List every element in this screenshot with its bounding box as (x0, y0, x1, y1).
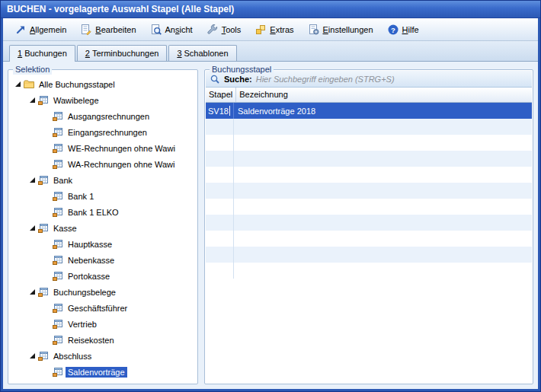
stapel-list: SV18Saldenvorträge 2018 (206, 103, 532, 383)
tree-item[interactable]: Bank 1 (8, 188, 197, 204)
tree-item-label: Saldenvorträge (66, 367, 127, 378)
cell-stapel: SV18 (206, 103, 234, 119)
stapel-icon (52, 238, 66, 250)
column-header-stapel[interactable]: Stapel (206, 88, 236, 102)
tree-item[interactable]: WE-Rechnungen ohne Wawi (8, 140, 197, 156)
tab-buchungen[interactable]: 1Buchungen (9, 45, 75, 62)
menu-item-label: Bearbeiten (95, 25, 136, 34)
expand-arrow-icon[interactable] (27, 224, 37, 233)
empty-row[interactable] (206, 199, 532, 215)
stapel-icon (37, 222, 51, 234)
tree-item[interactable]: Hauptkasse (8, 236, 197, 252)
search-label: Suche: (224, 75, 252, 84)
titlebar[interactable]: BUCHEN - vorgelagerte Auswahl Stapel (Al… (1, 1, 540, 18)
stapel-icon (52, 318, 66, 330)
selection-groupbox: Selektion Alle BuchungsstapelWawibelegeA… (8, 69, 198, 384)
cell-bezeichnung (234, 119, 532, 135)
empty-row[interactable] (206, 231, 532, 247)
expand-arrow-icon[interactable] (27, 176, 37, 185)
empty-row[interactable] (206, 167, 532, 183)
cell-bezeichnung (234, 183, 532, 199)
menu-item-tools[interactable]: Tools (201, 21, 247, 39)
settings-icon (308, 24, 320, 36)
menu-item-bearbeiten[interactable]: Bearbeiten (75, 21, 141, 39)
cell-bezeichnung (234, 167, 532, 183)
tools-icon (206, 24, 219, 36)
tree-item[interactable]: Wawibelege (8, 92, 197, 108)
tree-item-label: Ausgangsrechnungen (66, 111, 152, 122)
menu-item-allgemein[interactable]: Allgemein (9, 21, 72, 39)
column-header-bezeichnung[interactable]: Bezeichnung (236, 88, 532, 102)
tree-item[interactable]: Alle Buchungsstapel (8, 76, 197, 92)
tree-item[interactable]: Bank (8, 172, 197, 188)
menu-item-ansicht[interactable]: Ansicht (145, 21, 198, 39)
tree-item-label: Hauptkasse (66, 239, 114, 250)
empty-row[interactable] (206, 215, 532, 231)
tree-item[interactable]: Buchungsbelege (8, 284, 197, 300)
tree-item-label: Alle Buchungsstapel (37, 79, 117, 90)
expand-arrow-icon[interactable] (27, 288, 37, 297)
empty-row[interactable] (206, 135, 532, 151)
stapel-icon (52, 302, 66, 314)
menu-item-label: Extras (270, 25, 293, 34)
tree-item-label: Nebenkasse (66, 255, 117, 266)
tree-item-label: Buchungsbelege (51, 287, 118, 298)
expand-arrow-icon[interactable] (27, 96, 37, 105)
tree-item[interactable]: Abschluss (8, 348, 197, 364)
stapel-icon (52, 126, 66, 139)
empty-row[interactable] (206, 183, 532, 199)
tree-item[interactable]: Eingangsrechnungen (8, 124, 197, 140)
tree-arrow-spacer (42, 112, 52, 121)
window-frame: AllgemeinBearbeitenAnsichtToolsExtrasEin… (1, 18, 540, 391)
tree-item[interactable]: Bank 1 ELKO (8, 204, 197, 220)
tree-item-label: Geschäftsführer (66, 303, 130, 314)
table-row[interactable]: SV18Saldenvorträge 2018 (206, 103, 532, 119)
tree-item[interactable]: WA-Rechnungen ohne Wawi (8, 156, 197, 172)
window-title: BUCHEN - vorgelagerte Auswahl Stapel (Al… (7, 4, 234, 14)
cell-stapel (206, 183, 234, 199)
tree-item-label: Bank (51, 175, 75, 186)
tab-terminbuchungen[interactable]: 2Terminbuchungen (77, 45, 168, 61)
tree-item[interactable]: Vertrieb (8, 316, 197, 332)
cell-bezeichnung (234, 263, 532, 279)
search-input[interactable]: Hier Suchbegriff eingeben (STRG+S) (256, 75, 395, 84)
tree-arrow-spacer (42, 320, 52, 329)
cell-stapel (206, 263, 234, 279)
menu-item-hilfe[interactable]: ?Hilfe (382, 21, 424, 39)
empty-row[interactable] (206, 263, 532, 279)
tree-item-label: Bank 1 ELKO (66, 207, 121, 218)
empty-row[interactable] (206, 119, 532, 135)
stapel-icon (52, 158, 66, 171)
tree-item[interactable]: Ausgangsrechnungen (8, 108, 197, 124)
menu-item-extras[interactable]: Extras (249, 21, 299, 39)
tree-item-label: Vertrieb (66, 319, 99, 330)
stapel-icon (52, 366, 66, 378)
tree-item[interactable]: Saldenvorträge (8, 364, 197, 380)
empty-row[interactable] (206, 247, 532, 263)
tree-item-label: Reisekosten (66, 335, 117, 346)
stapel-groupbox: Buchungsstapel Suche: Hier Suchbegriff e… (204, 69, 533, 384)
tree-item-label: Kasse (51, 223, 79, 234)
tabstrip: 1Buchungen2Terminbuchungen3Schablonen (3, 41, 538, 62)
app-window: BUCHEN - vorgelagerte Auswahl Stapel (Al… (0, 0, 541, 392)
menu-item-einstellungen[interactable]: Einstellungen (303, 21, 379, 39)
tree-item[interactable]: Portokasse (8, 268, 197, 284)
help-icon: ? (387, 24, 399, 36)
arrow-icon (14, 24, 27, 36)
folder-icon (23, 78, 37, 91)
tree-item[interactable]: Reisekosten (8, 332, 197, 348)
tree-item[interactable]: Geschäftsführer (8, 300, 197, 316)
menu-item-label: Allgemein (30, 25, 66, 34)
tree-item[interactable]: Kasse (8, 220, 197, 236)
tab-number: 3 (177, 49, 181, 58)
cell-stapel (206, 247, 234, 263)
menubar: AllgemeinBearbeitenAnsichtToolsExtrasEin… (3, 18, 538, 41)
expand-arrow-icon[interactable] (27, 352, 37, 361)
cell-bezeichnung (234, 135, 532, 151)
empty-row[interactable] (206, 151, 532, 167)
tab-label: Buchungen (24, 49, 67, 58)
expand-arrow-icon[interactable] (13, 80, 23, 89)
tree-item[interactable]: Nebenkasse (8, 252, 197, 268)
stapel-icon (37, 350, 51, 362)
tab-schablonen[interactable]: 3Schablonen (168, 45, 236, 61)
